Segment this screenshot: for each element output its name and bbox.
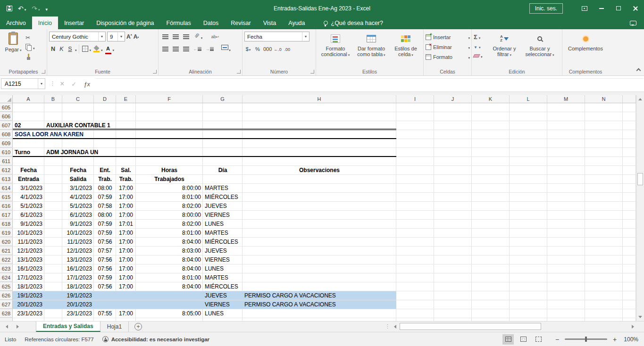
- format-as-table-button[interactable]: Dar formato como tabla: [353, 32, 390, 68]
- bold-button[interactable]: N: [49, 44, 57, 53]
- paste-button[interactable]: Pegar: [2, 32, 25, 68]
- row-header-621[interactable]: 621: [0, 247, 13, 255]
- cell-F628[interactable]: 8:05:00: [136, 309, 203, 318]
- merge-dropdown-caret[interactable]: [228, 45, 231, 53]
- new-sheet-button[interactable]: [134, 323, 142, 330]
- cell-A610[interactable]: Turno: [13, 148, 44, 157]
- close-button[interactable]: [627, 0, 644, 16]
- sort-filter-button[interactable]: Ordenar y filtrar: [489, 32, 520, 68]
- align-middle-button[interactable]: [171, 34, 180, 39]
- customize-quick-access-button[interactable]: [46, 4, 48, 13]
- cell-D616[interactable]: 07:58: [94, 202, 116, 210]
- redo-button[interactable]: [32, 4, 40, 13]
- row-header-610[interactable]: 610: [0, 148, 13, 157]
- page-break-view-button[interactable]: [533, 334, 544, 345]
- scroll-down-button[interactable]: [636, 313, 644, 321]
- cell-A616[interactable]: 5/1/2023: [13, 202, 44, 210]
- status-circular-references[interactable]: Referencias circulares: F577: [25, 337, 93, 342]
- cell-G623[interactable]: LUNES: [203, 264, 243, 273]
- column-header-I[interactable]: I: [396, 95, 434, 103]
- name-box[interactable]: A1215: [1, 78, 45, 89]
- zoom-slider[interactable]: [565, 338, 607, 340]
- align-center-button[interactable]: [171, 47, 180, 51]
- zoom-out-button[interactable]: −: [554, 336, 560, 343]
- cell-E617[interactable]: 17:00: [116, 211, 136, 219]
- cell-D624[interactable]: 07:59: [94, 273, 116, 282]
- cell-E625[interactable]: 17:00: [116, 282, 136, 291]
- row-header-608[interactable]: 608: [0, 130, 13, 139]
- row-header-613[interactable]: 613: [0, 175, 13, 183]
- currency-format-button[interactable]: $: [244, 45, 252, 53]
- cell-F625[interactable]: 8:04:00: [136, 282, 203, 291]
- alignment-dialog-launcher[interactable]: [237, 70, 241, 74]
- ribbon-display-options-button[interactable]: [576, 0, 593, 16]
- underline-button[interactable]: S: [66, 44, 74, 53]
- column-header-F[interactable]: F: [136, 95, 203, 103]
- increase-font-size-button[interactable]: [126, 33, 132, 40]
- column-header-M[interactable]: M: [547, 95, 585, 103]
- sign-in-button[interactable]: Inic. ses.: [529, 3, 563, 14]
- column-header-G[interactable]: G: [203, 95, 243, 103]
- align-top-button[interactable]: [160, 34, 170, 39]
- number-dialog-launcher[interactable]: [310, 70, 314, 74]
- row-header-626[interactable]: 626: [0, 291, 13, 300]
- copy-dropdown-caret[interactable]: [33, 43, 35, 51]
- row-header-607[interactable]: 607: [0, 121, 13, 130]
- row-header-620[interactable]: 620: [0, 238, 13, 246]
- formula-input[interactable]: [96, 78, 643, 89]
- row-header-611[interactable]: 611: [0, 157, 13, 165]
- column-header-E[interactable]: E: [116, 95, 136, 103]
- cell-G624[interactable]: MARTES: [203, 273, 243, 282]
- column-header-L[interactable]: L: [510, 95, 547, 103]
- row-header-615[interactable]: 615: [0, 193, 13, 201]
- ribbon-tab-vista[interactable]: Vista: [257, 16, 283, 29]
- copy-button[interactable]: [25, 43, 36, 51]
- ribbon-tab-archivo[interactable]: Archivo: [0, 16, 32, 29]
- cell-E615[interactable]: 17:00: [116, 193, 136, 201]
- underline-dropdown-caret[interactable]: [75, 45, 77, 53]
- column-header-H[interactable]: H: [243, 95, 396, 103]
- cell-G612[interactable]: Día: [203, 166, 243, 174]
- horizontal-scroll-track[interactable]: [400, 323, 628, 330]
- cell-F623[interactable]: 8:04:00: [136, 264, 203, 273]
- cell-D620[interactable]: 07:56: [94, 238, 116, 246]
- row-header-619[interactable]: 619: [0, 229, 13, 237]
- cell-A608[interactable]: SOSA LOOR ANA KAREN: [13, 130, 44, 139]
- cell-C613[interactable]: Salida: [62, 175, 94, 183]
- cell-A612[interactable]: Fecha: [13, 166, 44, 174]
- undo-dropdown-caret[interactable]: [25, 4, 26, 13]
- cell-C623[interactable]: 16/1/2023: [62, 264, 94, 273]
- column-header-K[interactable]: K: [472, 95, 510, 103]
- fill-color-button[interactable]: [92, 45, 104, 53]
- save-button[interactable]: [7, 6, 12, 11]
- cell-D625[interactable]: 07:56: [94, 282, 116, 291]
- cell-C612[interactable]: Fecha: [62, 166, 94, 174]
- cell-A617[interactable]: 6/1/2023: [13, 211, 44, 219]
- decrease-indent-button[interactable]: [192, 47, 203, 51]
- enter-formula-icon[interactable]: [71, 80, 76, 88]
- row-header-605[interactable]: 605: [0, 103, 13, 112]
- status-accessibility[interactable]: Accesibilidad: es necesario investigar: [102, 336, 209, 342]
- cell-C625[interactable]: 18/1/2023: [62, 282, 94, 291]
- cell-F616[interactable]: 8:02:00: [136, 202, 203, 210]
- scroll-left-button[interactable]: [392, 323, 398, 330]
- autosum-button[interactable]: Σ: [474, 33, 489, 41]
- cell-F624[interactable]: 8:01:00: [136, 273, 203, 282]
- row-header-624[interactable]: 624: [0, 273, 13, 282]
- cut-button[interactable]: [25, 33, 36, 41]
- cell-B610[interactable]: ADM JORNADA UN: [44, 148, 62, 157]
- row-header-627[interactable]: 627: [0, 300, 13, 309]
- cell-C620[interactable]: 11/1/2023: [62, 238, 94, 246]
- cell-E614[interactable]: 17:00: [116, 184, 136, 192]
- format-painter-button[interactable]: [25, 53, 36, 61]
- row-header-606[interactable]: 606: [0, 112, 13, 121]
- cell-G628[interactable]: LUNES: [203, 309, 243, 318]
- font-size-combo[interactable]: 9: [107, 32, 125, 41]
- percent-format-button[interactable]: %: [254, 45, 261, 53]
- cell-F620[interactable]: 8:04:00: [136, 238, 203, 246]
- insert-cells-button[interactable]: Insertar: [426, 33, 470, 41]
- clipboard-dialog-launcher[interactable]: [42, 70, 45, 74]
- cell-G619[interactable]: MARTES: [203, 229, 243, 237]
- row-header-622[interactable]: 622: [0, 255, 13, 264]
- comma-format-button[interactable]: 000: [263, 45, 272, 53]
